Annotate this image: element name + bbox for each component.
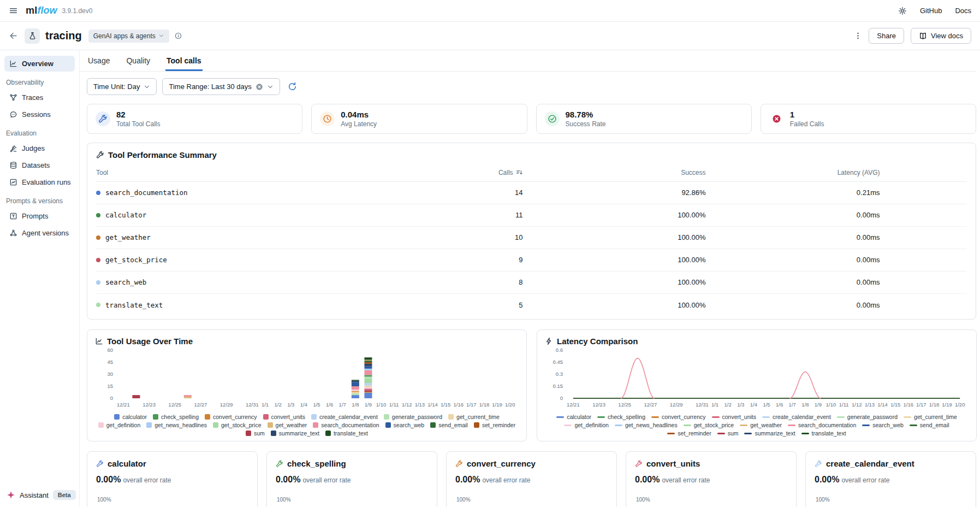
- legend-label: search_web: [872, 422, 904, 428]
- sidebar-item-traces[interactable]: Traces: [4, 90, 75, 105]
- legend-item-send-email[interactable]: send_email: [430, 422, 468, 428]
- svg-text:12/25: 12/25: [618, 402, 631, 408]
- col-latency[interactable]: Latency (AVG): [705, 164, 880, 182]
- stats-row: 82Total Tool Calls0.04msAvg Latency98.78…: [87, 104, 976, 134]
- menu-icon[interactable]: [9, 6, 18, 15]
- tool-card-name: convert_currency: [467, 459, 536, 468]
- legend-item-search-documentation[interactable]: search_documentation: [788, 422, 856, 428]
- table-row-calculator[interactable]: calculator11100.00%0.00ms: [96, 204, 967, 226]
- col-calls[interactable]: Calls: [444, 164, 523, 182]
- time-unit-filter[interactable]: Time Unit: Day: [87, 78, 157, 95]
- legend-item-translate-text[interactable]: translate_text: [801, 430, 846, 437]
- view-docs-button[interactable]: View docs: [911, 28, 971, 44]
- experiment-selector[interactable]: GenAI apps & agents: [88, 30, 169, 43]
- legend-item-check-spelling[interactable]: check_spelling: [597, 414, 645, 420]
- legend-swatch: [788, 425, 795, 426]
- clear-filter-icon[interactable]: [256, 83, 263, 91]
- tool-error-rate: 0.00%: [455, 475, 480, 484]
- docs-link[interactable]: Docs: [955, 7, 971, 15]
- table-row-search-web[interactable]: search_web8100.00%0.00ms: [96, 271, 967, 293]
- wrench-icon: [815, 460, 822, 468]
- legend-label: search_web: [394, 422, 425, 428]
- back-button[interactable]: [9, 31, 18, 40]
- table-row-get-weather[interactable]: get_weather10100.00%0.00ms: [96, 226, 967, 249]
- mlflow-logo[interactable]: mlflow: [26, 5, 57, 16]
- legend-item-calculator[interactable]: calculator: [114, 414, 147, 420]
- share-button[interactable]: Share: [869, 28, 904, 44]
- sidebar: OverviewObservabilityTracesSessionsEvalu…: [0, 50, 80, 507]
- tab-quality[interactable]: Quality: [125, 50, 151, 71]
- legend-item-search-web[interactable]: search_web: [862, 422, 904, 428]
- legend-item-create-calendar-event[interactable]: create_calendar_event: [311, 414, 378, 420]
- legend-item-convert-units[interactable]: convert_units: [263, 414, 305, 420]
- legend-item-get-current-time[interactable]: get_current_time: [448, 414, 500, 420]
- sidebar-item-agent-versions[interactable]: Agent versions: [4, 225, 75, 241]
- legend-item-sum[interactable]: sum: [246, 430, 265, 437]
- sidebar-item-evaluation-runs[interactable]: Evaluation runs: [4, 174, 75, 190]
- legend-item-search-web[interactable]: search_web: [385, 422, 425, 428]
- legend-item-get-stock-price[interactable]: get_stock_price: [684, 422, 734, 428]
- tool-error-rate-suffix: overall error rate: [302, 476, 351, 484]
- tool-usage-chart[interactable]: 01530456012/2112/2312/2512/2712/2912/311…: [95, 346, 519, 411]
- sort-icon[interactable]: [516, 169, 523, 176]
- legend-item-send-email[interactable]: send_email: [910, 422, 949, 428]
- tab-usage[interactable]: Usage: [87, 50, 111, 71]
- legend-item-create-calendar-event[interactable]: create_calendar_event: [762, 414, 831, 420]
- table-row-search-documentation[interactable]: search_documentation1492.86%0.21ms: [96, 181, 967, 204]
- table-row-translate-text[interactable]: translate_text5100.00%0.00ms: [96, 293, 967, 316]
- tab-tool-calls[interactable]: Tool calls: [165, 50, 203, 71]
- legend-item-set-reminder[interactable]: set_reminder: [474, 422, 515, 428]
- legend-item-convert-currency[interactable]: convert_currency: [205, 414, 257, 420]
- legend-item-generate-password[interactable]: generate_password: [384, 414, 442, 420]
- tool-card-convert-currency: convert_currency0.00%overall error rate1…: [446, 451, 617, 507]
- legend-item-get-stock-price[interactable]: get_stock_price: [213, 422, 262, 428]
- legend-item-get-news-headlines[interactable]: get_news_headlines: [615, 422, 678, 428]
- gear-icon[interactable]: [898, 7, 907, 15]
- info-icon[interactable]: [175, 32, 182, 39]
- table-row-get-stock-price[interactable]: get_stock_price9100.00%0.00ms: [96, 249, 967, 271]
- legend-item-get-weather[interactable]: get_weather: [740, 422, 782, 428]
- sidebar-item-prompts[interactable]: Prompts: [4, 208, 75, 224]
- github-link[interactable]: GitHub: [920, 7, 942, 15]
- kebab-menu-button[interactable]: [854, 32, 862, 40]
- svg-text:1/18: 1/18: [929, 402, 940, 408]
- legend-item-get-news-headlines[interactable]: get_news_headlines: [146, 422, 207, 428]
- svg-text:12/31: 12/31: [696, 402, 709, 408]
- legend-item-sum[interactable]: sum: [717, 430, 739, 437]
- legend-item-calculator[interactable]: calculator: [556, 414, 591, 420]
- legend-item-get-definition[interactable]: get_definition: [564, 422, 608, 428]
- legend-swatch: [311, 414, 317, 420]
- legend-item-get-current-time[interactable]: get_current_time: [904, 414, 957, 420]
- clock-icon: [320, 111, 335, 126]
- legend-item-generate-password[interactable]: generate_password: [837, 414, 898, 420]
- svg-text:12/21: 12/21: [567, 402, 580, 408]
- legend-item-set-reminder[interactable]: set_reminder: [667, 430, 711, 437]
- legend-item-get-definition[interactable]: get_definition: [98, 422, 140, 428]
- legend-item-summarize-text[interactable]: summarize_text: [271, 430, 319, 437]
- latency-chart[interactable]: 00.150.30.450.612/2112/2312/2512/2712/29…: [545, 346, 969, 411]
- legend-label: get_current_time: [914, 414, 957, 420]
- legend-label: summarize_text: [755, 430, 795, 437]
- legend-item-summarize-text[interactable]: summarize_text: [744, 430, 795, 437]
- time-range-filter[interactable]: Time Range: Last 30 days: [162, 78, 280, 95]
- legend-label: generate_password: [847, 414, 898, 420]
- sidebar-item-judges[interactable]: Judges: [4, 140, 75, 156]
- legend-item-convert-currency[interactable]: convert_currency: [651, 414, 706, 420]
- assistant-button[interactable]: Assistant Beta: [7, 490, 76, 500]
- refresh-button[interactable]: [288, 82, 297, 91]
- col-success[interactable]: Success: [523, 164, 706, 182]
- col-tool[interactable]: Tool: [96, 164, 444, 182]
- svg-text:1/19: 1/19: [942, 402, 952, 408]
- legend-label: convert_currency: [213, 414, 257, 420]
- legend-item-convert-units[interactable]: convert_units: [712, 414, 756, 420]
- sidebar-item-datasets[interactable]: Datasets: [4, 157, 75, 173]
- sidebar-item-sessions[interactable]: Sessions: [4, 107, 75, 122]
- legend-item-get-weather[interactable]: get_weather: [268, 422, 307, 428]
- sidebar-item-overview[interactable]: Overview: [4, 56, 75, 72]
- legend-label: get_definition: [106, 422, 140, 428]
- legend-item-translate-text[interactable]: translate_text: [325, 430, 368, 437]
- legend-item-search-documentation[interactable]: search_documentation: [313, 422, 379, 428]
- tool-cards-row: calculator0.00%overall error rate100%che…: [87, 451, 976, 507]
- legend-item-check-spelling[interactable]: check_spelling: [153, 414, 199, 420]
- wrench-icon: [276, 460, 283, 468]
